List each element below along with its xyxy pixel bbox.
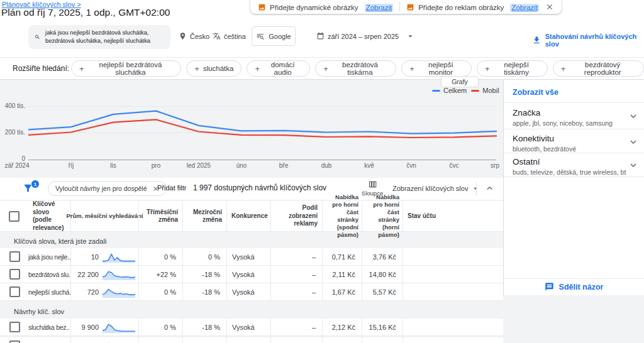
plus-icon: + [255, 64, 260, 74]
top-bid-low-cell: 1,67 Kč [322, 283, 362, 300]
sparkline [103, 286, 135, 298]
keywords-value: jaká jsou nejlepší bezdrátová sluchátka,… [45, 29, 164, 45]
yoy-change-cell: -18 % [182, 283, 226, 300]
refine-section-brand[interactable]: Značka [513, 108, 540, 117]
network-selector[interactable]: Google [252, 26, 296, 46]
header-avg-monthly-searches[interactable]: Prům. měsíční vyhledávání [70, 201, 138, 231]
legend-item-total[interactable]: Celkem [432, 87, 467, 94]
calendar-icon [316, 32, 325, 40]
keyword-cell: bezdrátová slu.. [28, 266, 70, 283]
chip-label: domácí audio [264, 61, 302, 76]
ad-impression-share-cell: – [270, 318, 322, 335]
refine-section-other[interactable]: Ostatní [513, 157, 540, 166]
expand-chip[interactable]: +bezdrátový reproduktor [553, 60, 644, 77]
expand-chip[interactable]: +domácí audio [247, 60, 310, 77]
keyword-cell: nejlepší sluchá.. [28, 283, 70, 300]
account-status-cell [402, 318, 503, 335]
active-filter-chip[interactable]: Vyloučit návrhy jen pro dospělé [48, 181, 167, 196]
trend-chart [28, 93, 497, 160]
x-axis-tick: lis [110, 162, 116, 169]
page-title: Plán od říj 7, 2025, 1 odp., GMT+02:00 [1, 7, 170, 18]
location-selector[interactable]: Česko [179, 32, 209, 40]
close-icon[interactable] [545, 3, 554, 11]
header-competition[interactable]: Konkurence [226, 201, 270, 231]
x-axis-tick: kvě [364, 162, 374, 169]
charts-toggle-button[interactable]: Grafy [441, 76, 479, 87]
notification-text: Přidejte do reklam obrázky [418, 4, 504, 11]
filter-chip-label: Vyloučit návrhy jen pro dospělé [55, 185, 147, 192]
header-top-bid-high[interactable]: Nabídka pro horní část stránky (horní pá… [362, 201, 402, 231]
notification-show-link[interactable]: Zobrazit [510, 4, 539, 11]
image-icon [258, 3, 266, 11]
filter-count-badge: 1 [31, 180, 40, 188]
expand-chip[interactable]: +nejlepší bezdrátová sluchátka [71, 60, 181, 77]
legend-dash [471, 90, 479, 92]
avg-searches-cell: 10 [70, 248, 138, 265]
keyword-cell: sluchátka bez.. [28, 318, 70, 335]
collapse-table-button[interactable] [484, 183, 495, 196]
notification-item: Přidejte do reklam obrázky Zobrazit [406, 3, 539, 11]
ad-impression-share-cell: – [270, 283, 322, 300]
expand-search-label: Rozšiřte hledání: [13, 64, 69, 73]
avg-searches-cell: 720 [70, 283, 138, 300]
notification-show-link[interactable]: Zobrazit [365, 4, 394, 11]
row-checkbox[interactable] [9, 251, 20, 262]
header-three-month-change[interactable]: Tříměsíční změna [138, 201, 182, 231]
x-axis-tick: čvn [406, 162, 416, 169]
keywords-input[interactable]: jaká jsou nejlepší bezdrátová sluchátka,… [28, 25, 170, 49]
top-bid-low-cell: 2,12 Kč [322, 318, 362, 335]
show-all-link[interactable]: Zobrazit vše [513, 88, 558, 97]
plus-icon: + [194, 64, 199, 74]
ad-impression-share-cell: – [270, 337, 322, 343]
divider [504, 153, 644, 153]
table-row: sluchátka bez.. 9 900 0 % -18 % Vysoká –… [0, 318, 503, 336]
competition-cell: Vysoká [226, 318, 270, 335]
x-axis-tick: led 2025 [187, 162, 211, 169]
keyword-view-selector[interactable]: Zobrazení klíčových slov [392, 184, 480, 193]
chevron-down-icon[interactable] [628, 160, 639, 173]
date-range-selector[interactable]: září 2024 – srpen 2025 [316, 31, 415, 41]
refine-section-connectivity[interactable]: Konektivitu [513, 134, 554, 143]
expand-chip[interactable]: +bezdrátová tiskárna [315, 60, 396, 77]
divider [504, 278, 644, 279]
divider [504, 177, 644, 177]
header-top-bid-low[interactable]: Nabídka pro horní část stránky (spodní p… [322, 201, 362, 231]
legend-label: Celkem [443, 87, 467, 94]
account-status-cell [402, 337, 503, 343]
keyword-planner-app: Plánovač klíčových slov > Plán od říj 7,… [0, 0, 644, 343]
table-header-row: Klíčové slovo (podle relevance) Prům. mě… [0, 201, 503, 232]
expand-chip[interactable]: +nejlepší tiskárny [477, 60, 548, 77]
header-account-status[interactable]: Stav účtu [402, 201, 503, 231]
y-axis-tick: 400 tis. [0, 102, 25, 109]
download-keyword-ideas-link[interactable]: Stahování návrhů klíčových slov [532, 33, 644, 48]
download-label: Stahování návrhů klíčových slov [545, 33, 644, 48]
competition-cell: Vysoká [226, 283, 270, 300]
plus-icon: + [561, 64, 566, 74]
row-checkbox[interactable] [9, 269, 20, 280]
header-ad-impression-share[interactable]: Podíl zobrazení reklamy [270, 201, 322, 231]
refine-section-values: apple, jbl, sony, niceboy, samsung [513, 119, 613, 127]
select-all-checkbox[interactable] [9, 211, 19, 222]
section-label: Návrhy klíč. slov [0, 305, 503, 318]
chevron-down-icon[interactable] [628, 136, 639, 150]
row-checkbox[interactable] [9, 340, 20, 343]
header-yoy-change[interactable]: Meziroční změna [182, 201, 226, 231]
legend-item-mobile[interactable]: Mobil [471, 87, 499, 94]
plus-icon: + [323, 64, 328, 74]
notification-text: Přidejte dynamické obrázky [270, 4, 358, 11]
row-checkbox[interactable] [9, 286, 20, 297]
header-keyword[interactable]: Klíčové slovo (podle relevance) [28, 201, 70, 231]
feedback-label: Sdělit názor [559, 283, 604, 291]
row-checkbox[interactable] [9, 322, 20, 332]
language-value: čeština [224, 33, 246, 40]
expand-chip[interactable]: +sluchátka [186, 60, 242, 77]
expand-chip[interactable]: +nejlepší monitor [401, 60, 472, 77]
add-filter-button[interactable]: Přidat filtr [157, 184, 186, 192]
language-selector[interactable]: čeština [213, 32, 246, 40]
feedback-link[interactable]: Sdělit názor [504, 282, 644, 291]
sparkline [103, 268, 135, 281]
columns-icon [368, 180, 377, 189]
keyword-cell: bezdrátové slu.. [28, 337, 70, 343]
sparkline [103, 321, 135, 334]
chevron-down-icon[interactable] [628, 111, 639, 124]
